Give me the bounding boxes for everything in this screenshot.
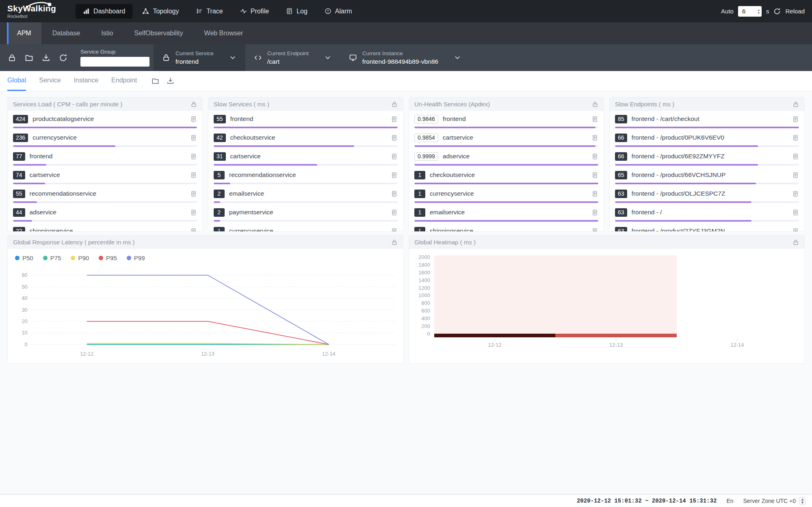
auto-unit: s bbox=[766, 8, 769, 15]
detail-icon[interactable] bbox=[391, 172, 398, 179]
detail-icon[interactable] bbox=[792, 228, 799, 232]
time-range-picker[interactable]: 2020-12-12 15:01:32 ~ 2020-12-14 15:31:3… bbox=[577, 498, 717, 504]
detail-icon[interactable] bbox=[591, 134, 598, 141]
service-group-input[interactable] bbox=[80, 57, 149, 67]
detail-icon[interactable] bbox=[792, 116, 799, 123]
reload-button[interactable]: Reload bbox=[785, 8, 805, 15]
item-label: frontend - / bbox=[632, 209, 788, 216]
selector-label: Current Endpoint bbox=[267, 50, 309, 56]
legend-item-p95[interactable]: P95 bbox=[99, 255, 117, 261]
detail-icon[interactable] bbox=[591, 190, 598, 197]
detail-icon[interactable] bbox=[792, 190, 799, 197]
detail-icon[interactable] bbox=[792, 172, 799, 179]
nav-item-log[interactable]: Log bbox=[279, 4, 315, 19]
detail-icon[interactable] bbox=[792, 134, 799, 141]
detail-icon[interactable] bbox=[190, 172, 197, 179]
value-badge: 2 bbox=[214, 190, 225, 198]
detail-icon[interactable] bbox=[190, 116, 197, 123]
detail-icon[interactable] bbox=[391, 190, 398, 197]
lock-icon[interactable] bbox=[391, 101, 398, 108]
detail-icon[interactable] bbox=[190, 134, 197, 141]
nav-item-alarm[interactable]: Alarm bbox=[317, 4, 359, 19]
legend-item-p75[interactable]: P75 bbox=[43, 255, 61, 261]
chart-cards: Global Response Latency ( percentile in … bbox=[7, 235, 805, 364]
folder-button[interactable] bbox=[20, 49, 37, 66]
legend-dot bbox=[71, 256, 75, 260]
export-button[interactable] bbox=[37, 49, 54, 66]
page-tab-istio[interactable]: Istio bbox=[91, 22, 123, 44]
legend-item-p90[interactable]: P90 bbox=[71, 255, 89, 261]
lock-icon[interactable] bbox=[191, 101, 197, 108]
page-tab-database[interactable]: Database bbox=[42, 22, 91, 44]
item-bar bbox=[414, 220, 598, 222]
detail-icon[interactable] bbox=[591, 209, 598, 216]
card-title: Slow Services ( ms ) bbox=[214, 101, 269, 108]
nav-item-trace[interactable]: Trace bbox=[188, 4, 230, 19]
selector-current-instance[interactable]: Current Instance frontend-988494b89-vbn8… bbox=[340, 44, 470, 71]
detail-icon[interactable] bbox=[391, 134, 398, 141]
nav-item-topology[interactable]: Topology bbox=[135, 4, 186, 19]
language-toggle[interactable]: En bbox=[726, 498, 733, 504]
detail-icon[interactable] bbox=[792, 153, 799, 160]
detail-icon[interactable] bbox=[391, 116, 398, 123]
list-item: 2 emailservice bbox=[214, 187, 398, 205]
latency-legend: P50 P75 P90 P95 P99 bbox=[13, 250, 398, 263]
list-item: 5 recommendationservice bbox=[214, 168, 398, 187]
detail-icon[interactable] bbox=[591, 153, 598, 160]
refresh-button[interactable] bbox=[54, 49, 71, 66]
view-tab-instance[interactable]: Instance bbox=[74, 71, 98, 91]
svg-text:20: 20 bbox=[22, 318, 27, 324]
detail-icon[interactable] bbox=[190, 228, 197, 232]
legend-item-p99[interactable]: P99 bbox=[127, 255, 145, 261]
service-group-label: Service Group bbox=[80, 49, 149, 55]
detail-icon[interactable] bbox=[190, 209, 197, 216]
detail-icon[interactable] bbox=[391, 153, 398, 160]
nav-item-label: Trace bbox=[206, 8, 223, 15]
value-badge: 31 bbox=[214, 152, 226, 161]
page-tab-selfobservability[interactable]: SelfObservability bbox=[124, 22, 193, 44]
detail-icon[interactable] bbox=[190, 153, 197, 160]
detail-icon[interactable] bbox=[391, 228, 398, 232]
view-tab-service[interactable]: Service bbox=[39, 71, 61, 91]
dashboard-icon bbox=[83, 8, 90, 15]
view-tab-endpoint[interactable]: Endpoint bbox=[111, 71, 137, 91]
lock-icon[interactable] bbox=[391, 239, 398, 246]
lock-icon[interactable] bbox=[793, 101, 799, 108]
detail-icon[interactable] bbox=[591, 228, 598, 232]
list-item: 66 frontend - /product/6E92ZMYYFZ bbox=[615, 149, 799, 168]
selector-current-service[interactable]: Current Service frontend bbox=[154, 44, 245, 71]
auto-interval-stepper[interactable]: ▴▾ bbox=[758, 8, 760, 15]
nav-item-profile[interactable]: Profile bbox=[233, 4, 276, 19]
selector-current-endpoint[interactable]: Current Endpoint /cart bbox=[245, 44, 340, 71]
detail-icon[interactable] bbox=[792, 209, 799, 216]
item-bar bbox=[414, 183, 598, 184]
item-bar bbox=[13, 183, 197, 184]
item-label: frontend - /product/6E92ZMYYFZ bbox=[632, 153, 788, 160]
lock-icon bbox=[8, 54, 16, 62]
detail-icon[interactable] bbox=[591, 116, 598, 123]
nav-item-dashboard[interactable]: Dashboard bbox=[76, 4, 132, 19]
page-tab-web-browser[interactable]: Web Browser bbox=[194, 22, 253, 44]
card-slow-services-ms: Slow Services ( ms ) 55 frontend 42 chec… bbox=[208, 97, 403, 232]
card-slow-endpoints-ms: Slow Endpoints ( ms ) 85 frontend - /car… bbox=[609, 97, 805, 232]
list-item: 1 currencyservice bbox=[214, 224, 398, 231]
page-tab-apm[interactable]: APM bbox=[7, 22, 41, 44]
item-bar bbox=[414, 201, 598, 203]
auto-interval-input[interactable]: 6 ▴▾ bbox=[738, 6, 762, 17]
legend-item-p50[interactable]: P50 bbox=[15, 255, 33, 261]
selector-value: frontend-988494b89-vbn86 bbox=[362, 58, 438, 65]
folder-icon[interactable] bbox=[152, 77, 159, 85]
log-icon bbox=[286, 8, 293, 15]
server-zone-stepper[interactable]: ▲▼ bbox=[799, 497, 806, 505]
view-tab-global[interactable]: Global bbox=[7, 71, 26, 91]
lock-icon[interactable] bbox=[592, 101, 598, 108]
lock-button[interactable] bbox=[3, 49, 20, 66]
logo[interactable]: SkyWalking Rocketbot bbox=[7, 4, 56, 19]
item-bar bbox=[615, 127, 799, 128]
detail-icon[interactable] bbox=[190, 190, 197, 197]
lock-icon[interactable] bbox=[793, 239, 799, 246]
export-icon[interactable] bbox=[167, 77, 174, 85]
reload-icon[interactable] bbox=[773, 8, 781, 15]
detail-icon[interactable] bbox=[591, 172, 598, 179]
detail-icon[interactable] bbox=[391, 209, 398, 216]
